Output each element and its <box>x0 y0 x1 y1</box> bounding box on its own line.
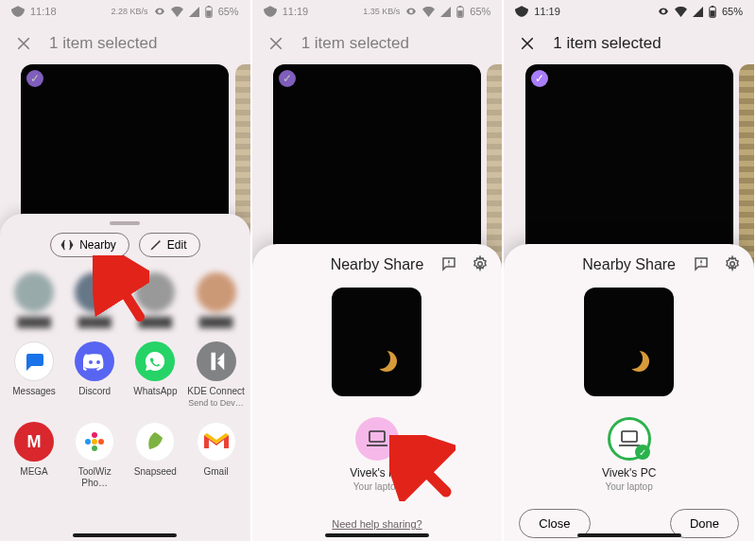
svg-point-16 <box>730 262 735 267</box>
laptop-icon <box>366 429 388 448</box>
nearby-device[interactable]: ✓ Vivek's PC Your laptop <box>504 417 754 492</box>
selected-check-icon: ✓ <box>26 70 43 87</box>
battery-icon <box>709 6 716 18</box>
eye-icon <box>154 6 165 17</box>
battery-icon <box>456 6 464 18</box>
app-label: Snapseed <box>134 466 177 477</box>
share-apps-row-1: Messages Discord WhatsApp KDE Connect S <box>0 338 250 418</box>
svg-point-11 <box>478 262 483 267</box>
device-avatar: ✓ <box>608 417 651 461</box>
moon-icon <box>376 351 397 372</box>
selected-check-icon: ✓ <box>279 70 296 87</box>
feedback-icon[interactable] <box>693 255 710 272</box>
selection-title: 1 item selected <box>301 34 409 53</box>
nearby-device[interactable]: Vivek's PC Your laptop <box>252 417 503 492</box>
share-app-mega[interactable]: M MEGA <box>5 422 63 489</box>
gesture-nav-bar[interactable] <box>325 533 429 537</box>
eye-icon <box>405 6 417 17</box>
gesture-nav-bar[interactable] <box>73 533 177 537</box>
gear-icon[interactable] <box>724 255 741 272</box>
app-label: Messages <box>12 386 56 396</box>
svg-rect-15 <box>710 10 714 17</box>
device-subtitle: Your laptop <box>504 481 754 492</box>
selection-title: 1 item selected <box>553 34 661 53</box>
signal-icon <box>189 7 199 17</box>
net-speed: 1.35 KB/s <box>363 7 400 16</box>
app-label: ToolWiz Pho… <box>78 466 112 488</box>
share-preview <box>584 288 674 396</box>
photo-thumbnail[interactable]: ✓ <box>21 64 229 235</box>
share-app-snapseed[interactable]: Snapseed <box>126 422 184 489</box>
share-apps-row-2: M MEGA ToolWiz Pho… Snapseed Gmail <box>0 418 250 498</box>
contact-suggestion[interactable]: █████ <box>5 272 63 328</box>
screenshot-2-nearby-searching: 11:19 1.35 KB/s 65% 1 item selected ✓ Ne… <box>252 0 505 541</box>
battery-icon <box>205 6 213 18</box>
contact-suggestion[interactable]: █████ <box>65 272 124 328</box>
signal-icon <box>440 7 451 17</box>
nearby-share-panel: Nearby Share ✓ Vivek's PC Your laptop Cl… <box>504 244 754 541</box>
share-contacts-row: █████ █████ █████ █████ <box>0 269 250 338</box>
wifi-icon <box>675 7 687 17</box>
bitdefender-icon <box>11 6 25 17</box>
nearby-share-title: Nearby Share <box>582 256 676 273</box>
share-app-messages[interactable]: Messages <box>5 341 63 409</box>
nearby-icon <box>60 238 74 252</box>
nearby-chip[interactable]: Nearby <box>50 233 129 257</box>
svg-rect-2 <box>206 10 211 17</box>
bitdefender-icon <box>264 6 277 17</box>
status-bar: 11:19 65% <box>504 0 754 23</box>
close-icon[interactable] <box>267 35 284 52</box>
gear-icon[interactable] <box>472 255 489 272</box>
svg-point-3 <box>92 439 97 445</box>
wifi-icon <box>171 7 183 17</box>
battery-pct: 65% <box>722 6 743 17</box>
share-app-toolwiz[interactable]: ToolWiz Pho… <box>65 422 124 489</box>
edit-chip-label: Edit <box>167 238 187 252</box>
discord-icon <box>83 352 106 371</box>
contact-suggestion[interactable]: █████ <box>126 272 184 328</box>
screenshot-1-share-sheet: 11:18 2.28 KB/s 65% 1 item selected ✓ Ne… <box>0 0 252 541</box>
gmail-icon <box>204 432 229 451</box>
svg-rect-9 <box>459 6 462 7</box>
svg-point-6 <box>85 439 91 445</box>
close-icon[interactable] <box>15 35 32 52</box>
status-bar: 11:18 2.28 KB/s 65% <box>0 0 250 23</box>
app-label: WhatsApp <box>133 386 177 396</box>
edit-chip[interactable]: Edit <box>139 233 200 257</box>
signal-icon <box>693 7 703 17</box>
clock: 11:19 <box>534 6 560 17</box>
share-app-kdeconnect[interactable]: KDE Connect Send to Dev… <box>187 341 246 409</box>
svg-point-7 <box>98 439 104 445</box>
help-sharing-link[interactable]: Need help sharing? <box>252 518 503 530</box>
net-speed: 2.28 KB/s <box>112 7 148 16</box>
svg-rect-17 <box>622 431 637 442</box>
selection-title: 1 item selected <box>49 34 157 53</box>
svg-rect-10 <box>458 10 463 17</box>
share-app-discord[interactable]: Discord <box>65 341 124 409</box>
screenshot-3-nearby-done: 11:19 65% 1 item selected ✓ Nearby Share <box>504 0 756 541</box>
contact-suggestion[interactable]: █████ <box>187 272 246 328</box>
bitdefender-icon <box>515 6 528 17</box>
share-app-whatsapp[interactable]: WhatsApp <box>126 341 184 409</box>
gesture-nav-bar[interactable] <box>577 533 681 537</box>
nearby-share-title: Nearby Share <box>331 256 424 273</box>
eye-icon <box>658 6 669 17</box>
leaf-icon <box>144 430 166 453</box>
battery-pct: 65% <box>470 6 490 17</box>
sheet-grabber[interactable] <box>110 221 140 225</box>
device-name: Vivek's PC <box>252 466 503 480</box>
app-label: KDE Connect <box>187 386 245 396</box>
selection-header: 1 item selected <box>504 23 754 64</box>
close-icon[interactable] <box>519 35 536 52</box>
device-subtitle: Your laptop <box>252 481 503 492</box>
clock: 11:19 <box>283 6 309 17</box>
svg-rect-14 <box>712 6 714 7</box>
success-check-icon: ✓ <box>635 445 650 460</box>
feedback-icon[interactable] <box>440 255 457 272</box>
app-label: MEGA <box>20 466 47 477</box>
moon-icon <box>628 351 649 372</box>
nearby-chip-label: Nearby <box>79 238 116 252</box>
share-app-gmail[interactable]: Gmail <box>187 422 246 489</box>
selected-check-icon: ✓ <box>531 70 548 87</box>
svg-point-4 <box>92 432 97 438</box>
